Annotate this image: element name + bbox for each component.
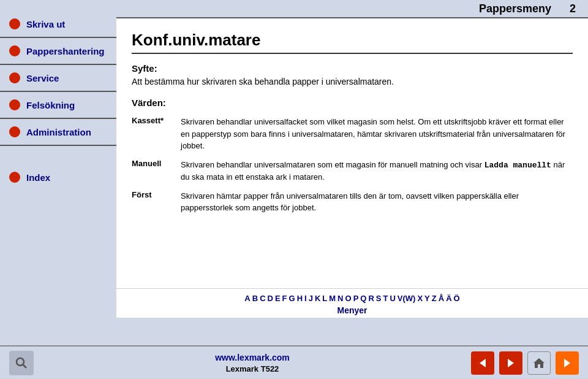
sidebar-item-pappershantering[interactable]: Pappershantering <box>0 38 116 64</box>
svg-line-1 <box>23 364 27 368</box>
svg-marker-4 <box>533 358 545 368</box>
alpha-link-t[interactable]: T <box>383 294 388 303</box>
sidebar-label-administration[interactable]: Administration <box>26 127 91 137</box>
alpha-link-m[interactable]: M <box>329 294 336 303</box>
sidebar-label-skriva-ut[interactable]: Skriva ut <box>26 19 65 29</box>
alpha-link-y[interactable]: Y <box>424 294 430 303</box>
sidebar-label-felsokning[interactable]: Felsökning <box>26 100 75 110</box>
next-button[interactable] <box>556 351 579 375</box>
alpha-link-c[interactable]: C <box>260 294 265 303</box>
sidebar-dot-2 <box>9 45 20 56</box>
alpha-link-u[interactable]: U <box>390 294 395 303</box>
footer-left <box>9 351 34 375</box>
values-label: Värden: <box>132 98 573 108</box>
alpha-link-e[interactable]: E <box>275 294 281 303</box>
alpha-link-x[interactable]: X <box>417 294 423 303</box>
svg-point-0 <box>17 358 24 366</box>
alpha-link-g[interactable]: G <box>289 294 295 303</box>
svg-marker-3 <box>508 359 514 367</box>
alpha-link-h[interactable]: H <box>297 294 303 303</box>
sidebar-label-service[interactable]: Service <box>26 73 59 83</box>
footer: www.lexmark.com Lexmark T522 <box>0 345 588 379</box>
manuell-command: Ladda manuellt <box>484 161 551 170</box>
alpha-link-i[interactable]: I <box>304 294 307 303</box>
sidebar-dot-3 <box>9 72 20 83</box>
alpha-link-l[interactable]: L <box>322 294 327 303</box>
svg-marker-5 <box>564 359 570 367</box>
alpha-link-s[interactable]: S <box>376 294 382 303</box>
sidebar-label-pappershantering[interactable]: Pappershantering <box>26 46 105 56</box>
sidebar-dot-5 <box>9 126 20 137</box>
menyer-link[interactable]: Menyer <box>129 305 576 315</box>
sidebar-divider-5 <box>0 145 116 146</box>
table-row-manuell: Manuell Skrivaren behandlar universalmat… <box>132 157 573 188</box>
alpha-link-v-w-[interactable]: V(W) <box>398 294 416 303</box>
alpha-link-d[interactable]: D <box>268 294 273 303</box>
alpha-link-j[interactable]: J <box>309 294 313 303</box>
alpha-link-r[interactable]: R <box>368 294 374 303</box>
footer-product: Lexmark T522 <box>226 364 279 373</box>
sidebar-label-index[interactable]: Index <box>26 172 50 183</box>
sidebar-item-index[interactable]: Index <box>0 164 116 190</box>
footer-center: www.lexmark.com Lexmark T522 <box>34 352 471 374</box>
main-content: Konf.univ.matare Syfte: Att bestämma hur… <box>116 18 588 318</box>
svg-marker-2 <box>480 359 486 367</box>
footer-right <box>471 351 579 375</box>
search-icon[interactable] <box>9 351 34 375</box>
sidebar-dot <box>9 18 20 29</box>
alpha-link-b[interactable]: B <box>252 294 258 303</box>
alpha-link-q[interactable]: Q <box>360 294 366 303</box>
sidebar-item-administration[interactable]: Administration <box>0 119 116 145</box>
sidebar: Skriva ut Pappershantering Service Felsö… <box>0 0 116 353</box>
alpha-link-f[interactable]: F <box>282 294 287 303</box>
home-button[interactable] <box>527 351 551 375</box>
main-title: Konf.univ.matare <box>132 31 573 54</box>
table-row-forst: Först Skrivaren hämtar papper från unive… <box>132 188 573 219</box>
purpose-text: Att bestämma hur skrivaren ska behandla … <box>132 77 573 86</box>
alpha-link--[interactable]: Å <box>439 294 444 303</box>
val-desc-manuell: Skrivaren behandlar universalmataren som… <box>181 157 573 188</box>
footer-url[interactable]: www.lexmark.com <box>215 353 290 362</box>
values-table: Kassett* Skrivaren behandlar universalfa… <box>132 114 573 219</box>
alphabet-bar: A B C D E F G H I J K L M N O P Q R S T … <box>116 288 588 318</box>
alpha-link-k[interactable]: K <box>315 294 320 303</box>
val-key-forst: Först <box>132 188 181 219</box>
sidebar-item-felsokning[interactable]: Felsökning <box>0 92 116 118</box>
sidebar-dot-4 <box>9 99 20 110</box>
alphabet-links: A B C D E F G H I J K L M N O P Q R S T … <box>129 294 576 303</box>
alpha-link-a[interactable]: A <box>244 294 250 303</box>
alpha-link--[interactable]: Ä <box>446 294 451 303</box>
val-desc-kassett: Skrivaren behandlar universalfacket som … <box>181 114 573 157</box>
purpose-label: Syfte: <box>132 63 573 74</box>
alpha-link-z[interactable]: Z <box>432 294 437 303</box>
forward-button[interactable] <box>499 351 522 375</box>
alpha-link-o[interactable]: O <box>345 294 352 303</box>
header-title: Pappersmeny 2 <box>479 2 576 15</box>
back-button[interactable] <box>471 351 494 375</box>
alpha-link-n[interactable]: N <box>337 294 343 303</box>
header-page-number: 2 <box>570 2 576 15</box>
val-key-kassett: Kassett* <box>132 114 181 157</box>
values-section: Värden: Kassett* Skrivaren behandlar uni… <box>132 98 573 219</box>
table-row-kassett: Kassett* Skrivaren behandlar universalfa… <box>132 114 573 157</box>
val-desc-forst: Skrivaren hämtar papper från universalma… <box>181 188 573 219</box>
sidebar-item-skriva-ut[interactable]: Skriva ut <box>0 11 116 37</box>
val-key-manuell: Manuell <box>132 157 181 188</box>
manuell-text-before: Skrivaren behandlar universalmataren som… <box>181 160 484 169</box>
header-title-text: Pappersmeny <box>479 2 551 15</box>
sidebar-dot-6 <box>9 172 20 183</box>
alpha-link--[interactable]: Ö <box>454 294 460 303</box>
sidebar-item-service[interactable]: Service <box>0 65 116 91</box>
alpha-link-p[interactable]: P <box>353 294 359 303</box>
